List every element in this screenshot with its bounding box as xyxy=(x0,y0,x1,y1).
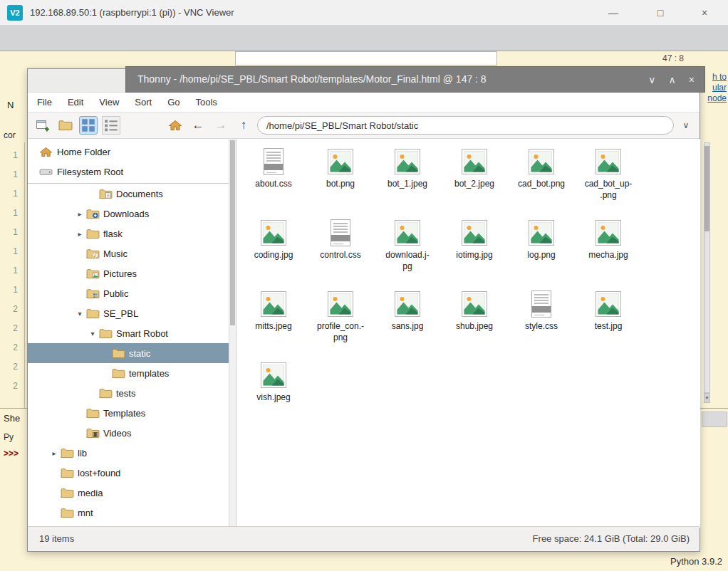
line-number: 1 xyxy=(0,223,21,242)
close-icon[interactable]: × xyxy=(694,0,715,26)
forward-button[interactable]: → xyxy=(212,116,230,135)
tree-item[interactable]: tests xyxy=(28,383,236,403)
minimize-icon[interactable]: — xyxy=(603,0,624,26)
tree-item[interactable]: Public xyxy=(28,283,236,303)
menu-go[interactable]: Go xyxy=(160,93,187,112)
folder-icon xyxy=(86,308,100,319)
image-file-icon xyxy=(258,288,289,320)
scrollbar-thumb[interactable] xyxy=(230,140,235,325)
menu-tools[interactable]: Tools xyxy=(188,93,225,112)
file-item[interactable]: shub.jpeg xyxy=(441,286,508,357)
tree-item[interactable]: media xyxy=(28,483,236,503)
file-item[interactable]: iotimg.jpg xyxy=(441,214,508,286)
file-item[interactable]: test.jpg xyxy=(575,286,642,357)
line-number: 1 xyxy=(0,165,21,184)
folder-documents-icon xyxy=(99,189,113,199)
file-item[interactable]: style.css xyxy=(508,286,575,357)
file-item[interactable]: bot_1.jpeg xyxy=(374,143,441,214)
file-item[interactable]: control.css xyxy=(307,214,374,286)
tree-item[interactable]: Music xyxy=(28,243,236,263)
close-icon[interactable]: × xyxy=(689,74,695,85)
tree-item[interactable]: Templates xyxy=(28,403,236,423)
line-number: 1 xyxy=(0,281,21,300)
tree-item[interactable]: ▾ SE_PBL xyxy=(28,303,236,323)
list-view-button[interactable] xyxy=(102,116,120,135)
tree-item[interactable]: Documents xyxy=(28,184,236,204)
file-item[interactable]: bot.png xyxy=(307,143,374,214)
unshade-icon[interactable]: ∨ xyxy=(648,74,655,85)
file-item[interactable]: mecha.jpg xyxy=(575,214,642,286)
menu-sort[interactable]: Sort xyxy=(127,93,160,112)
maximize-icon[interactable]: □ xyxy=(650,0,671,26)
image-file-icon xyxy=(392,217,423,248)
file-item[interactable]: log.png xyxy=(508,214,575,286)
file-label: cad_bot.png xyxy=(518,179,565,190)
tree-item[interactable]: lost+found xyxy=(28,463,236,483)
image-file-icon xyxy=(258,217,289,248)
file-label: style.css xyxy=(525,321,558,332)
tree-item[interactable]: ▾ Smart Robot xyxy=(28,323,236,343)
up-button[interactable]: ↑ xyxy=(234,116,253,135)
css-file-icon xyxy=(526,288,557,320)
line-number: 2 xyxy=(0,357,21,377)
thonny-link[interactable]: ular xyxy=(707,83,727,93)
back-button[interactable]: ← xyxy=(189,116,207,135)
editor-scrollbar[interactable] xyxy=(704,142,710,393)
drive-icon xyxy=(39,167,53,177)
path-input[interactable] xyxy=(257,116,674,135)
scrollbar-thumb[interactable] xyxy=(704,146,709,231)
file-item[interactable]: profile_con.-png xyxy=(307,286,374,357)
scroll-down-icon[interactable]: ▾ xyxy=(704,393,710,403)
tree-item[interactable]: Pictures xyxy=(28,263,236,283)
expander-icon[interactable]: ▾ xyxy=(86,330,99,337)
vnc-titlebar: V2 192.168.89.50:1 (raspberrypi:1 (pi)) … xyxy=(0,0,728,26)
tree-item[interactable]: mnt xyxy=(28,503,236,523)
back-icon: ← xyxy=(192,118,204,132)
menu-edit[interactable]: Edit xyxy=(60,93,91,112)
new-window-button[interactable] xyxy=(56,116,75,135)
sidebar-place[interactable]: Home Folder xyxy=(28,142,236,162)
folder-icon xyxy=(99,328,113,339)
home-button[interactable] xyxy=(166,116,184,135)
tree-item[interactable]: ▸ lib xyxy=(28,443,236,463)
file-item[interactable]: coding.jpg xyxy=(240,214,307,286)
sidebar-place[interactable]: Filesystem Root xyxy=(28,162,236,182)
file-item[interactable]: sans.jpg xyxy=(374,286,441,357)
tree-item[interactable]: ▸ flask xyxy=(28,224,236,243)
new-tab-button[interactable] xyxy=(33,116,52,135)
path-dropdown-icon[interactable]: ∨ xyxy=(678,120,694,130)
image-file-icon xyxy=(258,360,289,391)
shade-icon[interactable]: ∧ xyxy=(669,74,676,85)
thonny-link[interactable]: h to xyxy=(707,72,727,83)
file-item[interactable]: bot_2.jpeg xyxy=(441,143,508,214)
thonny-titlebar[interactable]: Thonny - /home/pi/SE_PBL/Smart Robot/tem… xyxy=(125,66,705,93)
up-icon: ↑ xyxy=(241,118,247,132)
expander-icon[interactable]: ▸ xyxy=(73,230,86,238)
file-item[interactable]: mitts.jpeg xyxy=(240,286,307,357)
icon-view-button[interactable] xyxy=(79,116,98,135)
menu-view[interactable]: View xyxy=(91,93,127,112)
expander-icon[interactable]: ▸ xyxy=(73,210,86,218)
file-grid: about.css bot.png bot_1.jpeg bot_2.jpeg … xyxy=(237,139,700,428)
menu-file[interactable]: File xyxy=(29,93,60,112)
folder-downloads-icon xyxy=(86,209,100,219)
expander-icon[interactable]: ▾ xyxy=(73,310,86,318)
file-item[interactable]: cad_bot_up-.png xyxy=(575,143,642,214)
image-file-icon xyxy=(593,288,624,320)
thonny-link[interactable]: node xyxy=(707,93,727,104)
file-label: cad_bot_up-.png xyxy=(585,179,633,201)
tree-item[interactable]: ▸ Downloads xyxy=(28,204,236,224)
file-item[interactable]: vish.jpeg xyxy=(240,357,307,428)
file-item[interactable]: download.j-pg xyxy=(374,214,441,286)
image-file-icon xyxy=(526,146,557,177)
tree-item[interactable]: static xyxy=(28,343,236,363)
image-file-icon xyxy=(526,217,557,248)
tree-item[interactable]: Videos xyxy=(28,423,236,443)
file-item[interactable]: about.css xyxy=(240,143,307,214)
tree-item[interactable]: templates xyxy=(28,363,236,383)
file-item[interactable]: cad_bot.png xyxy=(508,143,575,214)
vnc-viewer-window: V2 192.168.89.50:1 (raspberrypi:1 (pi)) … xyxy=(0,0,728,571)
expander-icon[interactable]: ▸ xyxy=(48,449,61,457)
folder-icon xyxy=(86,229,100,239)
sidebar-scrollbar[interactable] xyxy=(229,139,236,528)
